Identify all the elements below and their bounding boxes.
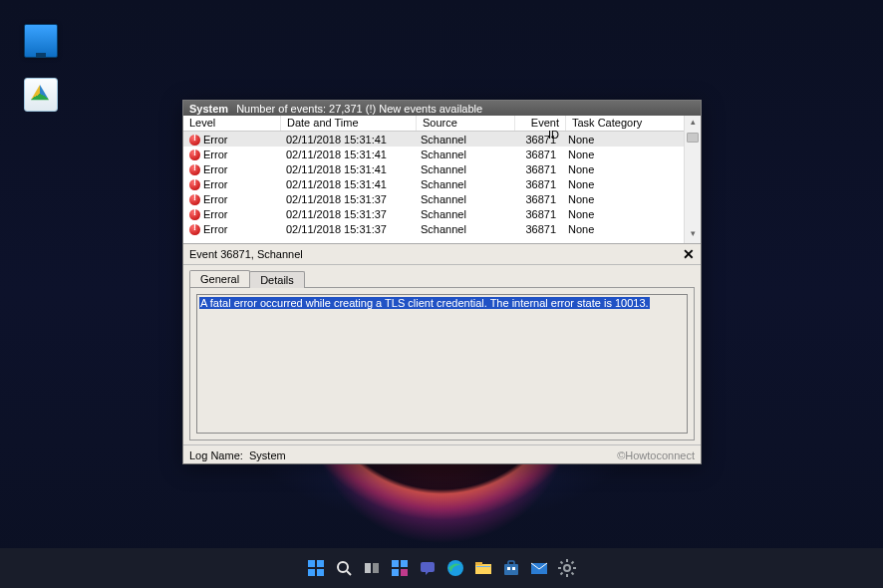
mail-button[interactable] — [527, 556, 551, 580]
table-row[interactable]: Error02/11/2018 15:31:37Schannel36871Non… — [183, 221, 701, 236]
log-name-label: Log Name: — [189, 449, 249, 461]
svg-marker-13 — [426, 571, 430, 575]
svg-rect-2 — [308, 569, 315, 576]
svg-rect-6 — [365, 563, 371, 573]
desktop: System Number of events: 27,371 (!) New … — [0, 0, 883, 588]
event-viewer-window: System Number of events: 27,371 (!) New … — [182, 100, 702, 464]
detail-title: Event 36871, Schannel — [189, 248, 303, 260]
error-icon — [189, 209, 200, 220]
error-icon — [189, 149, 200, 160]
desktop-icon-this-pc[interactable] — [20, 24, 62, 60]
vertical-scrollbar[interactable]: ▴ ▾ — [684, 116, 701, 243]
table-row[interactable]: Error02/11/2018 15:31:41Schannel36871Non… — [183, 147, 701, 161]
recycle-bin-icon — [24, 78, 58, 112]
svg-line-31 — [572, 562, 574, 564]
table-row[interactable]: Error02/11/2018 15:31:37Schannel36871Non… — [183, 206, 701, 221]
close-icon[interactable]: ✕ — [683, 246, 695, 262]
svg-rect-1 — [317, 560, 324, 567]
start-button[interactable] — [304, 556, 328, 580]
col-source[interactable]: Source — [417, 116, 515, 131]
detail-body: A fatal error occurred while creating a … — [189, 287, 695, 441]
svg-rect-7 — [373, 563, 379, 573]
widgets-button[interactable] — [388, 556, 412, 580]
svg-rect-21 — [512, 567, 515, 570]
tab-general[interactable]: General — [189, 270, 250, 287]
event-grid: Level Date and Time Source Event ID Task… — [183, 116, 701, 244]
error-message[interactable]: A fatal error occurred while creating a … — [199, 297, 650, 309]
table-row[interactable]: Error02/11/2018 15:31:37Schannel36871Non… — [183, 191, 701, 206]
scroll-up-icon[interactable]: ▴ — [685, 116, 701, 132]
svg-rect-10 — [392, 569, 399, 576]
settings-button[interactable] — [555, 556, 579, 580]
monitor-icon — [24, 24, 58, 58]
svg-rect-17 — [476, 566, 490, 567]
col-eventid[interactable]: Event ID — [515, 116, 566, 131]
svg-line-30 — [561, 573, 563, 575]
col-datetime[interactable]: Date and Time — [281, 116, 417, 131]
error-icon — [189, 164, 200, 175]
svg-rect-0 — [308, 560, 315, 567]
svg-rect-20 — [507, 567, 510, 570]
explorer-button[interactable] — [471, 556, 495, 580]
log-row: Log Name: System ©Howtoconnect — [183, 444, 701, 463]
svg-rect-8 — [392, 560, 399, 567]
svg-rect-3 — [317, 569, 324, 576]
error-icon — [189, 179, 200, 190]
error-icon — [189, 135, 200, 146]
store-button[interactable] — [499, 556, 523, 580]
search-button[interactable] — [332, 556, 356, 580]
taskview-button[interactable] — [360, 556, 384, 580]
grid-header: Level Date and Time Source Event ID Task… — [183, 116, 701, 132]
svg-point-4 — [338, 562, 348, 572]
svg-point-23 — [564, 565, 570, 571]
grid-body: Error02/11/2018 15:31:41Schannel36871Non… — [183, 132, 701, 242]
svg-rect-15 — [475, 564, 491, 574]
header-title: System — [189, 103, 228, 115]
tabs: General Details — [183, 265, 701, 287]
table-row[interactable]: Error02/11/2018 15:31:41Schannel36871Non… — [183, 161, 701, 176]
svg-rect-9 — [401, 560, 408, 567]
chat-button[interactable] — [416, 556, 440, 580]
svg-line-5 — [347, 571, 351, 575]
log-name-value: System — [249, 449, 286, 461]
desktop-icon-recycle-bin[interactable] — [20, 78, 62, 114]
header-status: Number of events: 27,371 (!) New events … — [236, 103, 482, 115]
watermark: ©Howtoconnect — [617, 449, 695, 461]
table-row[interactable]: Error02/11/2018 15:31:41Schannel36871Non… — [183, 176, 701, 191]
edge-button[interactable] — [443, 556, 467, 580]
svg-rect-19 — [508, 561, 514, 565]
svg-line-28 — [561, 562, 563, 564]
detail-pane-header: Event 36871, Schannel ✕ — [183, 244, 701, 265]
error-icon — [189, 224, 200, 235]
message-box: A fatal error occurred while creating a … — [196, 294, 688, 434]
svg-rect-16 — [475, 562, 482, 565]
table-row[interactable]: Error02/11/2018 15:31:41Schannel36871Non… — [183, 132, 701, 147]
window-header: System Number of events: 27,371 (!) New … — [183, 101, 701, 116]
scroll-down-icon[interactable]: ▾ — [685, 227, 701, 243]
col-taskcat[interactable]: Task Category — [566, 116, 701, 131]
taskbar — [0, 548, 883, 588]
scroll-thumb[interactable] — [687, 133, 699, 143]
svg-line-29 — [572, 573, 574, 575]
svg-rect-11 — [401, 569, 408, 576]
svg-rect-12 — [421, 562, 435, 572]
tab-details[interactable]: Details — [249, 271, 305, 288]
error-icon — [189, 194, 200, 205]
col-level[interactable]: Level — [183, 116, 281, 131]
